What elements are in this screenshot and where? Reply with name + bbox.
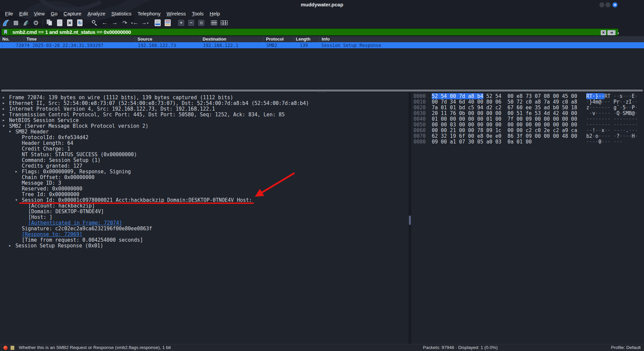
close-file-button[interactable]: ✕ — [65, 18, 75, 27]
tree-expanded-icon[interactable]: ▾ — [9, 129, 11, 134]
go-last-packet-button[interactable]: →● — [140, 18, 150, 27]
go-forward-button[interactable]: → — [110, 18, 120, 27]
column-header-info[interactable]: Info — [319, 36, 644, 42]
column-header-length[interactable]: Length — [293, 36, 319, 42]
hex-row[interactable]: 0050 00 00 03 00 00 00 00 00 00 00 00 00… — [414, 122, 644, 128]
hex-row[interactable]: 0000 52 54 00 7d a8 b4 52 54 00 e8 73 07… — [414, 94, 644, 99]
detail-link-authenticated[interactable]: [Authenticated in Frame: 72074] — [0, 220, 409, 226]
menu-wireless[interactable]: Wireless — [164, 9, 189, 18]
hex-row[interactable]: 0060 00 00 21 00 00 78 09 1c 00 00 c2 c0… — [414, 128, 644, 133]
profile-selector[interactable]: Profile: Default — [611, 344, 641, 351]
detail-line-smb2[interactable]: ▾SMB2 (Server Message Block Protocol ver… — [0, 123, 409, 129]
menu-statistics[interactable]: Statistics — [108, 9, 135, 18]
detail-line-ethernet[interactable]: ▸Ethernet II, Src: 52:54:00:e8:73:07 (52… — [0, 100, 409, 106]
menu-tools[interactable]: Tools — [189, 9, 207, 18]
filter-dropdown-button[interactable]: ▾ — [618, 32, 619, 35]
menu-capture[interactable]: Capture — [60, 9, 84, 18]
detail-line[interactable]: Signature: c2c02ec2a9ca6232196f00e80ee08… — [0, 226, 409, 231]
column-header-protocol[interactable]: Protocol — [264, 36, 293, 42]
colorize-packets-button[interactable] — [153, 18, 163, 27]
selected-packet-row[interactable]: ↓ 720742025-03-26 22:34:31.593297192.168… — [0, 42, 644, 48]
tree-expanded-icon[interactable]: ▾ — [3, 123, 5, 128]
menu-analyze[interactable]: Analyze — [85, 9, 108, 18]
detail-line[interactable]: [Account: hackbackzip] — [0, 203, 409, 209]
filter-bookmark-button[interactable] — [2, 29, 10, 35]
tree-collapsed-icon[interactable]: ▸ — [9, 243, 11, 248]
hex-row[interactable]: 0030 20 11 76 0b 00 00 00 00 00 51 fe 53… — [414, 111, 644, 116]
menu-view[interactable]: View — [31, 9, 48, 18]
detail-line-smb2-header[interactable]: ▾SMB2 Header — [0, 129, 409, 134]
tree-collapsed-icon[interactable]: ▸ — [3, 106, 5, 111]
detail-line[interactable]: [Domain: DESKTOP-0TNOE4V] — [0, 209, 409, 214]
capture-options-button[interactable]: ⚙ — [31, 18, 41, 27]
menu-go[interactable]: Go — [48, 9, 60, 18]
menu-file[interactable]: File — [2, 9, 16, 18]
packet-list-body[interactable] — [0, 48, 644, 89]
minimize-button[interactable] — [599, 2, 604, 7]
detail-scrollbar-handle[interactable] — [409, 216, 411, 225]
go-first-packet-button[interactable]: ●← — [130, 18, 140, 27]
open-file-button[interactable] — [45, 18, 55, 27]
stop-capture-button[interactable] — [11, 18, 21, 27]
hex-row[interactable]: 0080 09 00 a1 07 30 05 a0 03 0a 01 00 ··… — [414, 139, 644, 145]
hex-row[interactable]: 0010 00 7d 34 6d 40 00 80 06 50 72 c0 a8… — [414, 99, 644, 105]
find-packet-button[interactable] — [90, 18, 100, 27]
detail-line-session-id[interactable]: ▾Session Id: 0x00001c0978000021 Acct:hac… — [0, 197, 409, 203]
menu-telephony[interactable]: Telephony — [135, 9, 163, 18]
detail-link-response-to[interactable]: [Response to: 72069] — [0, 231, 409, 237]
detail-line-netbios[interactable]: ▸NetBIOS Session Service — [0, 117, 409, 123]
resize-columns-button[interactable] — [209, 18, 219, 27]
menu-edit[interactable]: Edit — [16, 9, 31, 18]
detail-line[interactable]: ▸Flags: 0x00000009, Response, Signing — [0, 169, 409, 174]
hex-row[interactable]: 0040 01 00 00 00 00 00 01 00 7f 00 09 00… — [414, 116, 644, 122]
zoom-in-button[interactable]: + — [176, 18, 186, 27]
column-header-source[interactable]: Source — [135, 36, 200, 42]
detail-line[interactable]: Tree Id: 0x00000000 — [0, 191, 409, 197]
column-header-time[interactable]: Time — [24, 36, 135, 42]
display-filter-input[interactable]: smb2.cmd == 1 and smb2.nt_status == 0x00… — [1, 28, 619, 36]
packet-bytes-pane[interactable]: 0000 52 54 00 7d a8 b4 52 54 00 e8 73 07… — [411, 93, 644, 344]
column-header-destination[interactable]: Destination — [200, 36, 264, 42]
detail-line[interactable]: Credits granted: 127 — [0, 163, 409, 169]
tree-collapsed-icon[interactable]: ▸ — [3, 95, 5, 100]
auto-scroll-button[interactable] — [163, 18, 173, 27]
packet-detail-pane[interactable]: ▸Frame 72074: 139 bytes on wire (1112 bi… — [0, 93, 409, 344]
maximize-button[interactable] — [605, 2, 610, 7]
tree-expanded-icon[interactable]: ▾ — [15, 197, 17, 202]
reload-file-button[interactable]: ↻ — [75, 18, 85, 27]
detail-line-tcp[interactable]: ▸Transmission Control Protocol, Src Port… — [0, 112, 409, 117]
tree-collapsed-icon[interactable]: ▸ — [3, 118, 5, 123]
menu-help[interactable]: Help — [207, 9, 223, 18]
capture-comment-icon[interactable] — [10, 346, 14, 350]
detail-line-frame[interactable]: ▸Frame 72074: 139 bytes on wire (1112 bi… — [0, 95, 409, 100]
title-bar[interactable]: muddywater.pcap ✕ — [0, 0, 644, 9]
detail-line[interactable]: [Host: ] — [0, 214, 409, 220]
expert-info-icon[interactable] — [3, 346, 8, 350]
tree-collapsed-icon[interactable]: ▸ — [15, 169, 17, 174]
detail-line[interactable]: Header Length: 64 — [0, 140, 409, 146]
zoom-out-button[interactable]: − — [186, 18, 196, 27]
save-file-button[interactable] — [55, 18, 65, 27]
go-back-button[interactable]: ← — [100, 18, 110, 27]
hex-row[interactable]: 0070 62 32 19 6f 00 e8 0e e0 86 3f 09 00… — [414, 133, 644, 139]
detail-line[interactable]: [Time from request: 0.004254000 seconds] — [0, 237, 409, 243]
zoom-normal-button[interactable]: ◻ — [196, 18, 206, 27]
detail-line[interactable]: Credit Charge: 1 — [0, 146, 409, 152]
detail-line[interactable]: NT Status: STATUS_SUCCESS (0x00000000) — [0, 152, 409, 157]
detail-line[interactable]: Command: Session Setup (1) — [0, 157, 409, 163]
start-capture-button[interactable] — [1, 18, 11, 27]
column-header-no[interactable]: No. — [0, 36, 24, 42]
clear-filter-button[interactable]: ✕ — [601, 30, 606, 35]
detail-line[interactable]: Message ID: 3 — [0, 180, 409, 186]
tree-collapsed-icon[interactable]: ▸ — [3, 112, 5, 117]
fit-columns-button[interactable]: 123 — [219, 18, 229, 27]
detail-line[interactable]: Reserved: 0x00000000 — [0, 186, 409, 191]
detail-line[interactable]: ProtocolId: 0xfe534d42 — [0, 134, 409, 140]
detail-line[interactable]: Chain Offset: 0x00000000 — [0, 174, 409, 180]
detail-line-ip[interactable]: ▸Internet Protocol Version 4, Src: 192.1… — [0, 106, 409, 112]
close-button[interactable]: ✕ — [612, 2, 618, 7]
hex-row[interactable]: 0020 7a 01 01 bd c5 94 d2 c2 67 60 ee 35… — [414, 105, 644, 111]
tree-collapsed-icon[interactable]: ▸ — [3, 101, 5, 106]
go-to-packet-button[interactable]: ↷ — [120, 18, 130, 27]
restart-capture-button[interactable]: ↻ — [21, 18, 31, 27]
